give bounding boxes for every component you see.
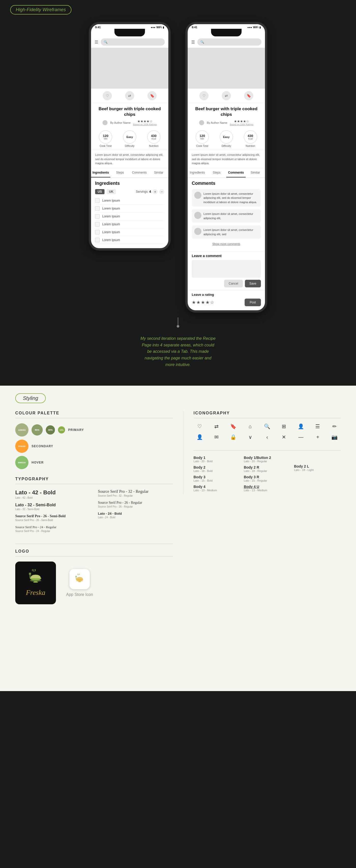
typo-item-3: Source Serif Pro - 26 - Semi-Bold Source… [15, 514, 90, 522]
app-icon-box [69, 569, 90, 589]
search-bar-1[interactable]: 🔍 [101, 38, 165, 45]
stat-circle-diff-1: Easy [123, 130, 136, 144]
wifi-icon: WiFi [156, 26, 162, 29]
logo-title: LOGO [15, 549, 173, 556]
recipe-description-2: Lorem ipsum dolor sit amet, consectetur … [188, 150, 265, 168]
tab-similar-1[interactable]: Similar [149, 168, 168, 178]
stat-circle-cook-1: 120 Min [99, 130, 112, 144]
ingredient-item: Lorem Ipsum [95, 228, 164, 236]
tab-comments-1[interactable]: Comments [130, 168, 149, 178]
colour-palette-title: COLOUR PALETTE [15, 411, 173, 418]
phone1-wrapper: 9:41 ●●● WiFi ▮ ☰ 🔍 [89, 22, 170, 250]
swatch-hover: 89BE6A [15, 456, 29, 469]
swatch-primary-4: 10% [58, 426, 65, 433]
comment-card-1: Lorem ipsum dolor sit amet, consectetur … [192, 189, 261, 207]
phones-container: 9:41 ●●● WiFi ▮ ☰ 🔍 [10, 22, 346, 312]
body4-item: Body 4 Lato - 13 - Medium [193, 485, 240, 492]
like-button-1[interactable]: ♡ [103, 91, 112, 100]
swatch-primary-1: A6B083 [15, 423, 29, 437]
email-icon: ✉ [210, 434, 222, 440]
typo-item-5: Source Serif Pro - 32 - Regular Source S… [98, 489, 173, 497]
ingredients-title-1: Ingredients [95, 181, 120, 186]
stat-cook-time-2: 120 Min Cook Time [195, 130, 209, 147]
colour-palette: COLOUR PALETTE A6B083 85% 30% 10% [15, 411, 173, 469]
typo-item-4: Source Serif Pro - 24 - Regular Source S… [15, 525, 90, 532]
unit-uk-1[interactable]: UK [107, 189, 116, 194]
body2l-item: Body 2 L Lato - 18 - Light [294, 464, 341, 471]
share-button-1[interactable]: ⇄ [125, 91, 134, 100]
ingredient-checkbox[interactable] [95, 214, 100, 219]
svg-point-7 [33, 582, 38, 583]
status-bar-1: 9:41 ●●● WiFi ▮ [91, 24, 168, 29]
ingredient-checkbox[interactable] [95, 238, 100, 242]
servings-minus-1[interactable]: − [159, 189, 164, 194]
rating-block-1: ★★★★☆ Based on 200k Ratings [133, 119, 157, 126]
tab-ingredients-2[interactable]: Ingredients [188, 168, 207, 178]
tab-comments-2[interactable]: Comments [226, 168, 246, 178]
recipe-actions-2: ♡ ⇄ 🔖 [188, 89, 265, 103]
hamburger-icon-1[interactable]: ☰ [95, 40, 98, 44]
recipe-title-1: Beef burger with triple cooked chips [95, 106, 164, 117]
iconography-title: ICONOGRAPHY [193, 411, 341, 418]
comment-avatar-3 [194, 228, 202, 235]
status-time-2: 9:41 [192, 26, 197, 29]
body-typography-section: Body 1 Lato - 20 - Bold Body 2 Lato - 18… [193, 450, 341, 494]
save-button[interactable]: Save [245, 280, 261, 287]
unit-us-1[interactable]: US [95, 189, 105, 194]
hamburger-icon-2[interactable]: ☰ [191, 40, 195, 44]
swatch-secondary: FFA030 [15, 440, 29, 453]
ingredient-checkbox[interactable] [95, 222, 100, 226]
bookmark-button-1[interactable]: 🔖 [147, 91, 157, 100]
stat-circle-diff-2: Easy [220, 130, 233, 144]
body3-item: Body 3 Lato - 15 - Bold [193, 475, 240, 482]
connector [177, 315, 179, 330]
edit-icon: ✏ [328, 423, 341, 429]
grid-icon: ⊞ [278, 423, 290, 429]
freska-logo-icon [26, 569, 46, 587]
cancel-button[interactable]: Cancel [224, 280, 243, 287]
body3r-item: Body 3 R Lato - 15 - Regular [244, 475, 291, 482]
search-bar-2[interactable]: 🔍 [197, 38, 261, 45]
swatch-primary-3: 30% [46, 425, 55, 435]
show-more-comments[interactable]: Show more comments [192, 241, 261, 248]
recipe-image-2 [188, 48, 265, 89]
author-avatar-1 [103, 120, 108, 125]
secondary-label: SECONDARY [32, 444, 53, 448]
author-rating-row-2: By Author Name ★★★★☆ Based on 200k Ratin… [192, 119, 261, 126]
servings-plus-1[interactable]: + [152, 189, 158, 194]
share-button-2[interactable]: ⇄ [222, 91, 231, 100]
tab-steps-2[interactable]: Steps [207, 168, 226, 178]
rating-count-1: Based on 200k Ratings [133, 123, 157, 126]
camera-icon: 📷 [328, 434, 341, 440]
rating-stars-input[interactable]: ★★★★☆ [192, 300, 215, 305]
styling-label: Styling [23, 395, 38, 401]
typo-item-6: Source Serif Pro - 26 - Regular Source S… [98, 501, 173, 508]
typography-grid: Lato - 42 - Bold Lato - 42 - Bold Lato -… [15, 489, 173, 536]
stat-circle-cook-2: 120 Min [195, 130, 209, 144]
ingredient-item: Lorem Ipsum [95, 236, 164, 244]
like-button-2[interactable]: ♡ [199, 91, 209, 100]
tab-similar-2[interactable]: Similar [246, 168, 265, 178]
recipe-stats-1: 120 Min Cook Time Easy Difficulty 430 [91, 128, 168, 150]
comments-title: Comments [192, 181, 261, 186]
user-icon: 👤 [295, 423, 307, 429]
ingredient-checkbox[interactable] [95, 206, 100, 211]
minus-icon: — [295, 434, 307, 440]
body-type-col-3: Body 2 L Lato - 18 - Light [294, 456, 341, 494]
tab-steps-1[interactable]: Steps [110, 168, 130, 178]
logo-dark-block: Freska [15, 561, 56, 604]
ingredient-list-1: Lorem Ipsum Lorem Ipsum Lorem Ipsum Lore… [91, 196, 168, 248]
logo-text: Freska [26, 589, 45, 597]
ingredient-checkbox[interactable] [95, 198, 100, 203]
recipe-title-2: Beef burger with triple cooked chips [192, 106, 261, 117]
ingredient-checkbox[interactable] [95, 230, 100, 235]
leave-rating-title: Leave a rating [192, 293, 261, 297]
comment-avatar-2 [194, 212, 202, 219]
tab-ingredients-1[interactable]: Ingredients [91, 168, 110, 178]
post-button[interactable]: Post [245, 299, 261, 306]
caption-text: My second iteration separated the Recipe… [135, 333, 221, 375]
tabs-row-2: Ingredients Steps Comments Similar [188, 168, 265, 178]
comment-textarea[interactable] [192, 260, 261, 278]
battery-icon-2: ▮ [259, 26, 261, 29]
bookmark-button-2[interactable]: 🔖 [244, 91, 253, 100]
